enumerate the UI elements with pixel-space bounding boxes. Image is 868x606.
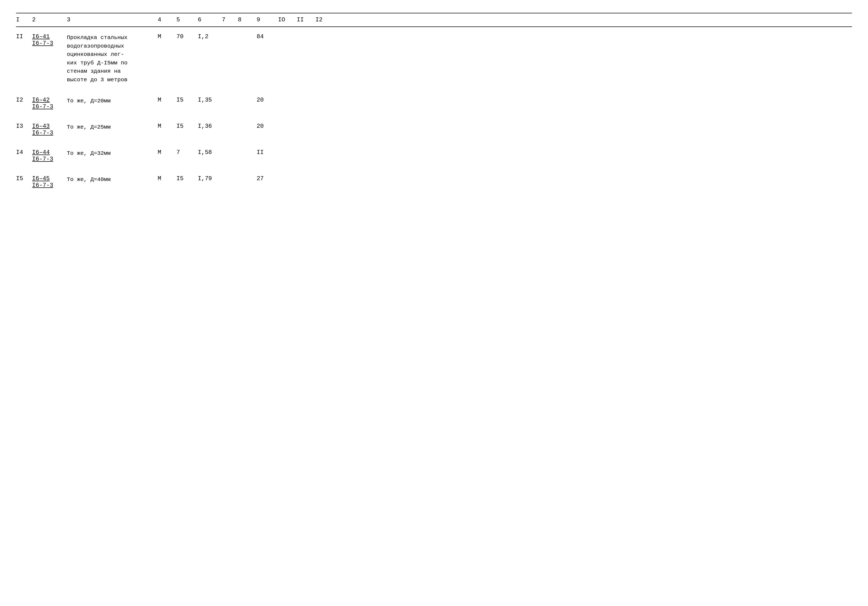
cell-col11 [297, 123, 315, 136]
cell-col10 [278, 33, 297, 84]
col-header-7: 7 [222, 17, 238, 23]
cell-col11 [297, 97, 315, 110]
cell-description: То же, Д=32мм [67, 149, 158, 163]
cell-col4: М [158, 123, 177, 136]
col-header-10: IO [278, 17, 297, 23]
cell-col5: I5 [177, 175, 198, 189]
cell-col2: I6–43I6-7-3 [32, 123, 67, 136]
cell-col8 [238, 175, 257, 189]
cell-col10 [278, 149, 297, 163]
cell-description: То же, Д=20мм [67, 97, 158, 110]
col-header-1: I [16, 17, 32, 23]
cell-col1: I2 [16, 97, 32, 110]
cell-col8 [238, 97, 257, 110]
col-header-2: 2 [32, 17, 67, 23]
cell-col12 [315, 33, 337, 84]
cell-col5: I5 [177, 97, 198, 110]
column-header-row: I 2 3 4 5 6 7 8 9 IO II I2 [16, 13, 852, 27]
cell-col5: 70 [177, 33, 198, 84]
table-row: III6–41I6-7-3Прокладка стальных водогазо… [16, 27, 852, 90]
cell-col7 [222, 123, 238, 136]
cell-col4: М [158, 97, 177, 110]
cell-col11 [297, 175, 315, 189]
cell-col9: 27 [257, 175, 278, 189]
table-row: I4I6–44I6-7-3То же, Д=32ммМ7I,58II [16, 143, 852, 169]
cell-col8 [238, 149, 257, 163]
table-row: I2I6–42I6-7-3То же, Д=20ммМI5I,3520 [16, 90, 852, 116]
cell-col11 [297, 149, 315, 163]
rows-container: III6–41I6-7-3Прокладка стальных водогазо… [16, 27, 852, 195]
cell-col10 [278, 97, 297, 110]
cell-col9: 20 [257, 123, 278, 136]
cell-col6: I,79 [198, 175, 222, 189]
cell-col4: М [158, 175, 177, 189]
cell-col5: I5 [177, 123, 198, 136]
cell-col12 [315, 175, 337, 189]
cell-col2: I6–41I6-7-3 [32, 33, 67, 84]
cell-col2: I6–44I6-7-3 [32, 149, 67, 163]
cell-col6: I,2 [198, 33, 222, 84]
cell-col4: М [158, 149, 177, 163]
table-row: I3I6–43I6-7-3То же, Д=25ммМI5I,3620 [16, 116, 852, 143]
cell-col1: I5 [16, 175, 32, 189]
cell-col7 [222, 175, 238, 189]
cell-description: То же, Д=25мм [67, 123, 158, 136]
cell-col2: I6–42I6-7-3 [32, 97, 67, 110]
col-header-9: 9 [257, 17, 278, 23]
table-row: I5I6–45I6-7-3То же, Д=40ммМI5I,7927 [16, 169, 852, 195]
cell-col5: 7 [177, 149, 198, 163]
col-header-3: 3 [67, 17, 158, 23]
col-header-5: 5 [177, 17, 198, 23]
cell-col9: 20 [257, 97, 278, 110]
cell-col7 [222, 149, 238, 163]
cell-col1: II [16, 33, 32, 84]
cell-col12 [315, 123, 337, 136]
cell-col12 [315, 149, 337, 163]
cell-col7 [222, 97, 238, 110]
cell-col10 [278, 123, 297, 136]
cell-col9: 84 [257, 33, 278, 84]
cell-col11 [297, 33, 315, 84]
cell-col8 [238, 33, 257, 84]
cell-col6: I,58 [198, 149, 222, 163]
cell-col10 [278, 175, 297, 189]
cell-col4: М [158, 33, 177, 84]
col-header-11: II [297, 17, 315, 23]
col-header-8: 8 [238, 17, 257, 23]
col-header-12: I2 [315, 17, 337, 23]
cell-col9: II [257, 149, 278, 163]
cell-col6: I,35 [198, 97, 222, 110]
cell-col8 [238, 123, 257, 136]
cell-col6: I,36 [198, 123, 222, 136]
col-header-6: 6 [198, 17, 222, 23]
col-header-4: 4 [158, 17, 177, 23]
cell-description: То же, Д=40мм [67, 175, 158, 189]
cell-description: Прокладка стальных водогазопроводных оци… [67, 33, 158, 84]
cell-col1: I3 [16, 123, 32, 136]
cell-col12 [315, 97, 337, 110]
cell-col2: I6–45I6-7-3 [32, 175, 67, 189]
cell-col1: I4 [16, 149, 32, 163]
cell-col7 [222, 33, 238, 84]
